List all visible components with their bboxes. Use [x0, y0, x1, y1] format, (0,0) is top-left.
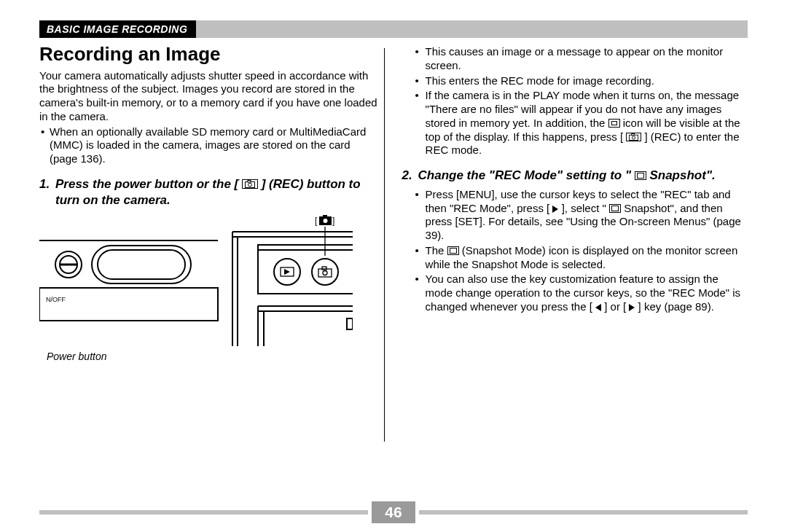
- intro-paragraph: Your camera automatically adjusts shutte…: [39, 69, 378, 124]
- right-bullet-3: If the camera is in the PLAY mode when i…: [402, 89, 748, 157]
- snapshot-mode-icon: [609, 204, 621, 213]
- left-column: Recording an Image Your camera automatic…: [39, 44, 384, 446]
- snapshot-mode-icon: [635, 171, 646, 180]
- step-2-text-b: Snapshot".: [649, 168, 715, 182]
- right-arrow-icon: [629, 304, 635, 311]
- svg-rect-29: [322, 267, 326, 270]
- svg-rect-23: [258, 245, 353, 250]
- svg-rect-33: [632, 133, 635, 135]
- left-arrow-icon: [595, 304, 601, 311]
- step-2-number: 2.: [402, 168, 412, 184]
- footer: 46: [39, 501, 748, 523]
- svg-marker-26: [284, 269, 290, 275]
- header-fill-left: [196, 20, 447, 38]
- svg-point-30: [323, 271, 327, 275]
- page-number: 46: [372, 501, 415, 523]
- left-bullet-1: When an optionally available SD memory c…: [39, 125, 378, 166]
- section-title: BASIC IMAGE RECORDING: [39, 20, 196, 38]
- play-mode-icon: [608, 119, 620, 128]
- camera-icon: [626, 133, 641, 141]
- svg-rect-1: [248, 180, 251, 182]
- svg-rect-4: [98, 250, 185, 279]
- footer-bar-left: [39, 510, 368, 515]
- header-fill-right: [447, 20, 748, 38]
- right-bullet-2: This enters the REC mode for image recor…: [402, 74, 748, 88]
- svg-text:]: ]: [332, 216, 334, 226]
- page-title: Recording an Image: [39, 44, 378, 65]
- svg-point-2: [248, 183, 252, 187]
- camera-diagram: N/OFF [: [39, 215, 353, 346]
- right-b5-text-a: The: [426, 244, 447, 257]
- right-bullet-6: You can also use the key customization f…: [402, 273, 748, 313]
- step-1-number: 1.: [39, 176, 50, 192]
- content-columns: Recording an Image Your camera automatic…: [39, 44, 748, 446]
- right-arrow-icon: [552, 206, 558, 213]
- header-bar: BASIC IMAGE RECORDING: [39, 20, 748, 38]
- manual-page: BASIC IMAGE RECORDING Recording an Image…: [0, 0, 787, 532]
- right-b5-text-b: (Snapshot Mode) icon is displayed on the…: [426, 244, 738, 270]
- svg-rect-18: [323, 215, 327, 217]
- right-bullet-4: Press [MENU], use the cursor keys to sel…: [402, 188, 748, 243]
- right-column: This causes an image or a message to app…: [385, 44, 748, 446]
- header-left: BASIC IMAGE RECORDING: [39, 20, 447, 38]
- svg-point-19: [324, 219, 328, 223]
- step-2: 2. Change the "REC Mode" setting to " Sn…: [402, 168, 748, 184]
- right-bullet-5: The (Snapshot Mode) icon is displayed on…: [402, 244, 748, 272]
- right-b4-text-b: ], select ": [562, 202, 606, 214]
- right-bullet-1: This causes an image or a message to app…: [402, 45, 748, 73]
- svg-rect-31: [347, 318, 353, 329]
- svg-point-27: [312, 259, 338, 285]
- svg-point-34: [633, 136, 635, 138]
- svg-text:N/OFF: N/OFF: [46, 296, 66, 303]
- footer-bar-right: [419, 510, 748, 515]
- svg-rect-10: [39, 288, 218, 321]
- step-2-text-a: Change the "REC Mode" setting to ": [418, 168, 631, 182]
- right-b6-text-b: ] or [: [604, 300, 626, 313]
- step-1-text-a: Press the power button or the [: [55, 177, 238, 191]
- right-b6-text-c: ] key (page 89).: [638, 300, 714, 313]
- camera-icon: [242, 179, 258, 189]
- snapshot-mode-icon: [447, 246, 459, 255]
- svg-text:[: [: [315, 216, 318, 226]
- diagram-caption: Power button: [47, 351, 378, 364]
- step-1: 1. Press the power button or the [ ] (RE…: [39, 176, 378, 208]
